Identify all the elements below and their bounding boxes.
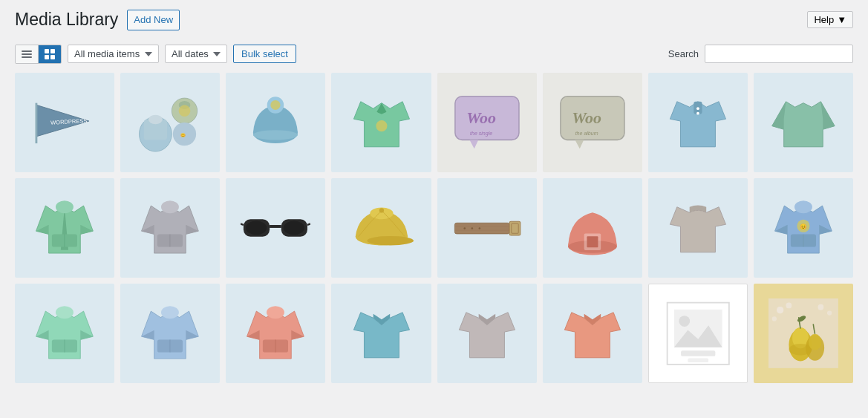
svg-point-49 bbox=[478, 227, 480, 229]
page-title: Media Library bbox=[15, 9, 118, 31]
view-toggle bbox=[15, 45, 62, 64]
media-item[interactable]: Woo the album bbox=[543, 73, 642, 172]
media-grid: WORDPRESS 😊 bbox=[15, 73, 853, 383]
media-item[interactable] bbox=[754, 73, 853, 172]
svg-point-73 bbox=[679, 316, 690, 327]
svg-point-38 bbox=[246, 221, 267, 235]
svg-text:the single: the single bbox=[470, 131, 492, 137]
media-item[interactable] bbox=[648, 178, 748, 278]
svg-point-47 bbox=[463, 227, 466, 229]
date-filter[interactable]: All dates 2024 2023 bbox=[165, 45, 227, 63]
media-item[interactable] bbox=[120, 178, 220, 278]
media-item[interactable] bbox=[15, 178, 114, 278]
media-item[interactable] bbox=[15, 284, 114, 383]
svg-point-13 bbox=[253, 130, 298, 140]
media-item-placeholder[interactable] bbox=[648, 284, 748, 383]
svg-point-79 bbox=[772, 317, 777, 321]
svg-point-42 bbox=[367, 236, 414, 246]
svg-point-25 bbox=[696, 107, 699, 110]
media-item[interactable]: Woo the single bbox=[437, 73, 537, 172]
svg-rect-1 bbox=[36, 103, 38, 143]
svg-point-27 bbox=[56, 200, 74, 213]
media-item[interactable] bbox=[543, 178, 642, 278]
toolbar: All media items Images Audio Video All d… bbox=[15, 39, 853, 73]
media-item[interactable] bbox=[331, 73, 431, 172]
page-header: Media Library Add New Help ▼ bbox=[15, 0, 853, 39]
media-item[interactable] bbox=[437, 178, 537, 278]
svg-line-36 bbox=[241, 224, 244, 226]
list-icon bbox=[22, 50, 32, 58]
media-item-photo[interactable] bbox=[754, 284, 853, 383]
svg-point-56 bbox=[794, 200, 812, 213]
svg-rect-35 bbox=[270, 225, 281, 228]
media-item[interactable] bbox=[331, 284, 431, 383]
bulk-select-button[interactable]: Bulk select bbox=[233, 45, 296, 63]
svg-marker-21 bbox=[575, 140, 584, 148]
svg-point-30 bbox=[161, 200, 179, 213]
help-button[interactable]: Help ▼ bbox=[807, 11, 853, 28]
media-item[interactable]: 😊 bbox=[754, 178, 853, 278]
page-wrapper: Media Library Add New Help ▼ All media i… bbox=[0, 0, 868, 418]
svg-point-5 bbox=[149, 115, 163, 125]
grid-view-button[interactable] bbox=[38, 45, 61, 63]
grid-icon bbox=[45, 49, 55, 59]
media-item[interactable] bbox=[331, 178, 431, 278]
media-item[interactable] bbox=[226, 284, 325, 383]
svg-point-80 bbox=[818, 304, 823, 310]
media-item[interactable] bbox=[226, 73, 325, 172]
media-type-filter[interactable]: All media items Images Audio Video bbox=[68, 45, 159, 63]
svg-point-48 bbox=[471, 227, 473, 229]
svg-point-39 bbox=[284, 221, 304, 235]
svg-text:the album: the album bbox=[575, 131, 598, 136]
media-item[interactable]: WORDPRESS bbox=[15, 73, 114, 172]
svg-text:WORDPRESS: WORDPRESS bbox=[50, 117, 88, 126]
svg-point-15 bbox=[376, 120, 387, 131]
svg-point-26 bbox=[696, 112, 699, 115]
svg-point-81 bbox=[827, 311, 832, 316]
chevron-down-icon: ▼ bbox=[837, 14, 846, 25]
svg-marker-17 bbox=[469, 140, 478, 148]
search-label: Search bbox=[668, 48, 699, 59]
svg-point-67 bbox=[267, 307, 284, 319]
media-item[interactable] bbox=[120, 284, 220, 383]
media-item[interactable]: 😊 bbox=[120, 73, 220, 172]
svg-point-86 bbox=[809, 334, 821, 350]
svg-text:Woo: Woo bbox=[466, 109, 496, 128]
list-view-button[interactable] bbox=[16, 45, 38, 63]
media-item[interactable] bbox=[437, 284, 537, 383]
svg-rect-74 bbox=[681, 350, 715, 356]
svg-line-37 bbox=[307, 224, 310, 226]
svg-point-78 bbox=[786, 303, 792, 309]
svg-point-61 bbox=[56, 307, 74, 319]
svg-text:😊: 😊 bbox=[800, 223, 807, 230]
add-new-button[interactable]: Add New bbox=[127, 10, 180, 31]
svg-rect-55 bbox=[587, 236, 598, 247]
svg-rect-75 bbox=[688, 358, 708, 362]
svg-point-8 bbox=[179, 105, 191, 117]
svg-point-64 bbox=[161, 307, 179, 319]
media-item[interactable] bbox=[226, 178, 325, 278]
svg-point-77 bbox=[777, 307, 783, 313]
media-item[interactable] bbox=[648, 73, 748, 172]
svg-rect-44 bbox=[454, 223, 509, 234]
svg-point-14 bbox=[271, 100, 281, 110]
media-item[interactable] bbox=[543, 284, 642, 383]
svg-text:Woo: Woo bbox=[572, 109, 601, 128]
search-input[interactable] bbox=[705, 45, 853, 63]
svg-text:😊: 😊 bbox=[180, 132, 186, 138]
